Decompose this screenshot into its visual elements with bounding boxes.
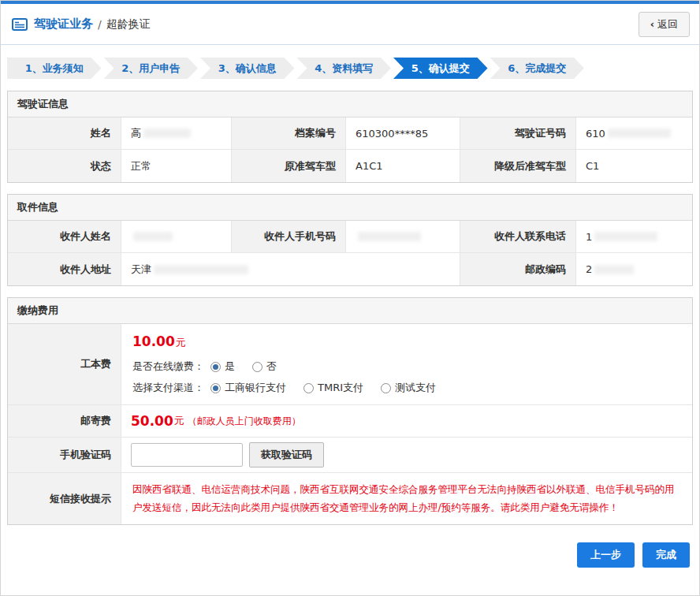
redacted-text: [358, 232, 421, 241]
production-fee-label: 工本费: [8, 324, 121, 405]
radio-unchecked-icon: [303, 383, 314, 393]
redacted-text: [143, 129, 191, 138]
breadcrumb-current: 超龄换证: [106, 17, 151, 32]
status-value: 正常: [121, 150, 232, 182]
captcha-input[interactable]: [131, 443, 243, 467]
get-code-button[interactable]: 获取验证码: [249, 442, 324, 467]
recipient-address-label: 收件人地址: [8, 253, 121, 285]
captcha-label: 手机验证码: [8, 438, 121, 473]
redacted-text: [594, 232, 657, 241]
zip-code-value: 2: [576, 253, 692, 285]
recipient-name-value: [121, 221, 232, 253]
id-card-icon: [12, 18, 28, 31]
production-fee-content: 10.00元 是否在线缴费： 是 否 选择支付渠道： 工商银行支付 TMRI支付…: [121, 324, 692, 405]
pay-online-question: 是否在线缴费：: [132, 359, 204, 374]
payment-channel-question: 选择支付渠道：: [132, 381, 204, 395]
payment-channel-row: 选择支付渠道： 工商银行支付 TMRI支付 测试支付: [132, 381, 681, 395]
fees-section: 缴纳费用 工本费 10.00元 是否在线缴费： 是 否 选择支付渠道： 工商银行…: [7, 297, 693, 525]
channel-icbc-option[interactable]: 工商银行支付: [210, 381, 286, 395]
production-fee-amount: 10.00: [132, 333, 175, 349]
step-5-confirm-submit[interactable]: 5、确认提交: [393, 58, 488, 79]
step-3-confirm-info[interactable]: 3、确认信息: [200, 58, 295, 79]
recipient-address-value: 天津: [121, 253, 460, 285]
license-info-section: 驾驶证信息 姓名 高 档案编号 610300****85 驾驶证号码 610 状…: [7, 91, 693, 183]
pay-online-row: 是否在线缴费： 是 否: [132, 359, 681, 374]
step-6-complete-submit[interactable]: 6、完成提交: [490, 58, 585, 79]
sms-notice-text: 因陕西省联通、电信运营商技术问题，陕西省互联网交通安全综合服务管理平台无法向持陕…: [131, 478, 683, 520]
recipient-mobile-value: [346, 221, 460, 253]
radio-unchecked-icon: [381, 383, 391, 393]
production-fee-unit: 元: [176, 337, 186, 348]
step-4-fill-in[interactable]: 4、资料填写: [297, 58, 392, 79]
redacted-text: [608, 129, 671, 138]
channel-tmri-option[interactable]: TMRI支付: [303, 381, 363, 395]
radio-checked-icon: [210, 383, 221, 393]
file-number-value: 610300****85: [346, 117, 460, 150]
pickup-info-title: 取件信息: [8, 195, 692, 221]
finish-button[interactable]: 完成: [642, 542, 690, 568]
breadcrumb: 驾驶证业务 / 超龄换证: [12, 17, 151, 32]
recipient-mobile-label: 收件人手机号码: [232, 221, 346, 253]
step-nav: 1、业务须知 2、用户申告 3、确认信息 4、资料填写 5、确认提交 6、完成提…: [1, 45, 699, 91]
pay-online-no-option[interactable]: 否: [252, 359, 277, 374]
breadcrumb-divider: /: [98, 18, 102, 31]
redacted-text: [594, 265, 634, 274]
back-label: 返回: [657, 17, 678, 32]
recipient-name-label: 收件人姓名: [8, 221, 121, 253]
postage-fee-label: 邮寄费: [8, 405, 121, 438]
redacted-text: [133, 232, 173, 241]
postage-fee-content: 50.00元（邮政人员上门收取费用）: [121, 405, 692, 438]
postage-fee-note: （邮政人员上门收取费用）: [188, 415, 301, 428]
name-value: 高: [121, 117, 232, 150]
back-button[interactable]: ‹ 返回: [639, 12, 690, 37]
header: 驾驶证业务 / 超龄换证 ‹ 返回: [1, 4, 699, 45]
prev-step-button[interactable]: 上一步: [577, 542, 635, 568]
step-2-user-declaration[interactable]: 2、用户申告: [104, 58, 199, 79]
fees-title: 缴纳费用: [8, 298, 692, 324]
page: 驾驶证业务 / 超龄换证 ‹ 返回 1、业务须知 2、用户申告 3、确认信息 4…: [0, 0, 700, 596]
status-label: 状态: [8, 150, 121, 182]
recipient-phone-label: 收件人联系电话: [460, 221, 576, 253]
postage-fee-amount: 50.00: [131, 413, 173, 429]
zip-code-label: 邮政编码: [460, 253, 576, 285]
license-number-label: 驾驶证号码: [460, 117, 576, 150]
down-type-label: 降级后准驾车型: [460, 150, 576, 182]
sms-notice-row: 因陕西省联通、电信运营商技术问题，陕西省互联网交通安全综合服务管理平台无法向持陕…: [121, 473, 692, 524]
orig-type-label: 原准驾车型: [232, 150, 346, 182]
pickup-info-section: 取件信息 收件人姓名 收件人手机号码 收件人联系电话 1 收件人地址 天津 邮政…: [7, 194, 693, 286]
page-title: 驾驶证业务: [34, 17, 93, 32]
radio-checked-icon: [210, 362, 221, 372]
back-chevron-icon: ‹: [650, 18, 654, 30]
license-info-title: 驾驶证信息: [8, 91, 692, 117]
channel-test-option[interactable]: 测试支付: [381, 381, 436, 395]
redacted-text: [154, 265, 248, 274]
radio-unchecked-icon: [252, 362, 262, 372]
file-number-label: 档案编号: [232, 117, 346, 150]
name-label: 姓名: [8, 117, 121, 150]
captcha-row: 获取验证码: [121, 438, 692, 473]
postage-fee-unit: 元: [174, 414, 184, 428]
pay-online-yes-option[interactable]: 是: [210, 359, 235, 374]
down-type-value: C1: [576, 150, 692, 182]
recipient-phone-value: 1: [576, 221, 692, 253]
license-number-value: 610: [576, 117, 692, 150]
sms-notice-label: 短信接收提示: [8, 473, 121, 524]
step-1-business-notice[interactable]: 1、业务须知: [7, 58, 102, 79]
orig-type-value: A1C1: [346, 150, 460, 182]
footer-actions: 上一步 完成: [1, 536, 699, 568]
